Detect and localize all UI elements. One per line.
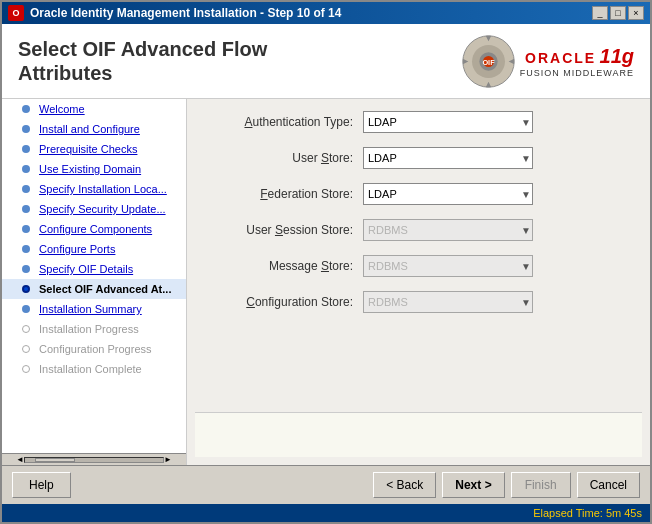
- sidebar-item-label: Specify Installation Loca...: [39, 183, 167, 195]
- status-bar: Elapsed Time: 5m 45s: [2, 504, 650, 522]
- sidebar-item-label: Installation Progress: [39, 323, 139, 335]
- sidebar-item-label: Prerequisite Checks: [39, 143, 137, 155]
- sidebar-dot: [22, 325, 30, 333]
- select-wrapper-federation-store: LDAPRDBMS▼: [363, 183, 533, 205]
- sidebar-item-label: Configure Ports: [39, 243, 115, 255]
- sidebar-dot: [22, 225, 30, 233]
- sidebar-item-label: Welcome: [39, 103, 85, 115]
- oracle-brand-name: ORACLE 11g: [525, 45, 634, 68]
- sidebar-dot: [22, 165, 30, 173]
- sidebar-item-specify-installation-loc[interactable]: Specify Installation Loca...: [2, 179, 186, 199]
- sidebar-item-specify-security-update[interactable]: Specify Security Update...: [2, 199, 186, 219]
- sidebar-dot: [22, 345, 30, 353]
- sidebar-dot: [22, 145, 30, 153]
- elapsed-time: Elapsed Time: 5m 45s: [533, 507, 642, 519]
- select-wrapper-configuration-store: LDAPRDBMS▼: [363, 291, 533, 313]
- scrollbar-thumb[interactable]: [35, 458, 75, 462]
- page-title-line2: Attributes: [18, 61, 267, 85]
- form-row-message-store: Message Store:LDAPRDBMS▼: [203, 255, 634, 277]
- label-configuration-store: Configuration Store:: [203, 295, 353, 309]
- select-message-store: LDAPRDBMS: [363, 255, 533, 277]
- label-user-store: User Store:: [203, 151, 353, 165]
- sidebar-item-label: Install and Configure: [39, 123, 140, 135]
- sidebar-dot: [22, 185, 30, 193]
- label-message-store: Message Store:: [203, 259, 353, 273]
- minimize-button[interactable]: _: [592, 6, 608, 20]
- sidebar-scrollbar: ◄ ►: [2, 453, 186, 465]
- sidebar-item-welcome[interactable]: Welcome: [2, 99, 186, 119]
- form-row-federation-store: Federation Store:LDAPRDBMS▼: [203, 183, 634, 205]
- scroll-left-arrow[interactable]: ◄: [16, 455, 24, 464]
- sidebar-item-label: Installation Complete: [39, 363, 142, 375]
- help-button[interactable]: Help: [12, 472, 71, 498]
- main-window: O Oracle Identity Management Installatio…: [0, 0, 652, 524]
- sidebar-item-install-configure[interactable]: Install and Configure: [2, 119, 186, 139]
- footer-buttons: < Back Next > Finish Cancel: [373, 472, 640, 498]
- sidebar-item-configure-ports[interactable]: Configure Ports: [2, 239, 186, 259]
- select-wrapper-user-store: LDAPRDBMS▼: [363, 147, 533, 169]
- bottom-note-area: [195, 412, 642, 457]
- form-row-user-store: User Store:LDAPRDBMS▼: [203, 147, 634, 169]
- sidebar: WelcomeInstall and ConfigurePrerequisite…: [2, 99, 187, 465]
- sidebar-item-label: Specify Security Update...: [39, 203, 166, 215]
- cancel-button[interactable]: Cancel: [577, 472, 640, 498]
- back-button[interactable]: < Back: [373, 472, 436, 498]
- sidebar-item-specify-oif-details[interactable]: Specify OIF Details: [2, 259, 186, 279]
- sidebar-item-configure-components[interactable]: Configure Components: [2, 219, 186, 239]
- page-title-line1: Select OIF Advanced Flow: [18, 37, 267, 61]
- scroll-right-arrow[interactable]: ►: [164, 455, 172, 464]
- select-configuration-store: LDAPRDBMS: [363, 291, 533, 313]
- select-auth-type[interactable]: LDAPRDBMS: [363, 111, 533, 133]
- sidebar-item-select-oif-advanced[interactable]: Select OIF Advanced At...: [2, 279, 186, 299]
- gear-icon: OIF: [461, 34, 516, 89]
- sidebar-item-prerequisite-checks[interactable]: Prerequisite Checks: [2, 139, 186, 159]
- svg-text:OIF: OIF: [482, 58, 495, 67]
- select-wrapper-auth-type: LDAPRDBMS▼: [363, 111, 533, 133]
- scrollbar-track: [24, 457, 164, 463]
- form-row-configuration-store: Configuration Store:LDAPRDBMS▼: [203, 291, 634, 313]
- sidebar-item-use-existing-domain[interactable]: Use Existing Domain: [2, 159, 186, 179]
- sidebar-item-configuration-progress: Configuration Progress: [2, 339, 186, 359]
- title-controls: _ □ ×: [592, 6, 644, 20]
- sidebar-item-installation-complete: Installation Complete: [2, 359, 186, 379]
- form-row-user-session-store: User Session Store:LDAPRDBMS▼: [203, 219, 634, 241]
- sidebar-item-label: Configure Components: [39, 223, 152, 235]
- sidebar-dot: [22, 265, 30, 273]
- select-user-session-store: LDAPRDBMS: [363, 219, 533, 241]
- finish-button[interactable]: Finish: [511, 472, 571, 498]
- sidebar-item-label: Use Existing Domain: [39, 163, 141, 175]
- main-content: WelcomeInstall and ConfigurePrerequisite…: [2, 99, 650, 465]
- next-button[interactable]: Next >: [442, 472, 504, 498]
- oracle-text: ORACLE 11g FUSION MIDDLEWARE: [520, 45, 634, 78]
- sidebar-item-label: Specify OIF Details: [39, 263, 133, 275]
- label-federation-store: Federation Store:: [203, 187, 353, 201]
- fusion-middleware-label: FUSION MIDDLEWARE: [520, 68, 634, 78]
- sidebar-item-label: Installation Summary: [39, 303, 142, 315]
- header: Select OIF Advanced Flow Attributes OIF …: [2, 24, 650, 99]
- sidebar-item-installation-summary[interactable]: Installation Summary: [2, 299, 186, 319]
- sidebar-item-label: Select OIF Advanced At...: [39, 283, 171, 295]
- window-title: Oracle Identity Management Installation …: [30, 6, 341, 20]
- select-wrapper-message-store: LDAPRDBMS▼: [363, 255, 533, 277]
- sidebar-dot: [22, 365, 30, 373]
- sidebar-dot: [22, 305, 30, 313]
- form-row-auth-type: Authentication Type:LDAPRDBMS▼: [203, 111, 634, 133]
- app-icon: O: [8, 5, 24, 21]
- sidebar-dot: [22, 125, 30, 133]
- sidebar-dot: [22, 245, 30, 253]
- sidebar-dot: [22, 285, 30, 293]
- close-button[interactable]: ×: [628, 6, 644, 20]
- maximize-button[interactable]: □: [610, 6, 626, 20]
- select-federation-store[interactable]: LDAPRDBMS: [363, 183, 533, 205]
- sidebar-scroll[interactable]: WelcomeInstall and ConfigurePrerequisite…: [2, 99, 186, 453]
- label-user-session-store: User Session Store:: [203, 223, 353, 237]
- footer-bar: Help < Back Next > Finish Cancel: [2, 465, 650, 504]
- title-bar-left: O Oracle Identity Management Installatio…: [8, 5, 341, 21]
- sidebar-dot: [22, 205, 30, 213]
- header-title: Select OIF Advanced Flow Attributes: [18, 37, 267, 85]
- select-user-store[interactable]: LDAPRDBMS: [363, 147, 533, 169]
- title-bar: O Oracle Identity Management Installatio…: [2, 2, 650, 24]
- sidebar-item-installation-progress: Installation Progress: [2, 319, 186, 339]
- oracle-logo: OIF ORACLE 11g FUSION MIDDLEWARE: [461, 34, 634, 89]
- content-area: Authentication Type:LDAPRDBMS▼User Store…: [187, 99, 650, 465]
